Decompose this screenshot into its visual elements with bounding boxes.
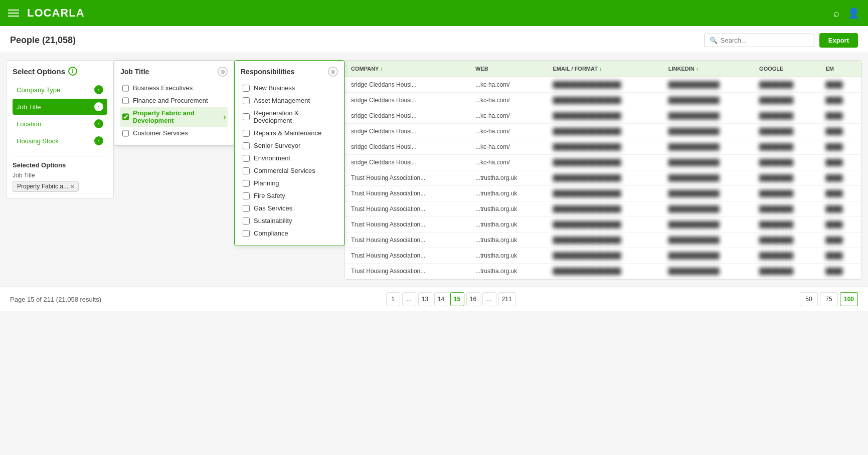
hamburger-menu[interactable] xyxy=(8,10,19,17)
checkbox-repairs[interactable] xyxy=(243,130,250,137)
checkbox-sustainability[interactable] xyxy=(243,217,250,224)
cell-web: ...trustha.org.uk xyxy=(469,233,547,248)
cell-company: Trust Housing Association... xyxy=(345,170,469,186)
arrow-right-icon: › xyxy=(224,113,226,121)
resp-item-regeneration[interactable]: Regeneration & Development xyxy=(241,107,338,127)
table-row: sridge Cleddans Housi... ...kc-ha.com/ █… xyxy=(345,77,861,93)
pagination-bar: Page 15 of 211 (21,058 results) 1...1314… xyxy=(0,287,868,311)
job-title-close-button[interactable]: ⊗ xyxy=(218,67,228,77)
selected-field-label: Job Title xyxy=(13,172,107,179)
cell-company: sridge Cleddans Housi... xyxy=(345,124,469,139)
job-title-item-finance[interactable]: Finance and Procurement xyxy=(120,94,228,107)
job-title-item-customer-services[interactable]: Customer Services xyxy=(120,127,228,139)
nav-right: ⌕ 👤 xyxy=(833,7,860,19)
col-linkedin[interactable]: LINKEDIN ↕ xyxy=(662,61,753,77)
selected-tag-property-fabric: Property Fabric a... × xyxy=(13,181,79,192)
checkbox-regeneration[interactable] xyxy=(243,113,250,120)
checkbox-new-business[interactable] xyxy=(243,85,250,92)
option-housing-stock[interactable]: Housing Stock › xyxy=(13,133,107,149)
option-location[interactable]: Location › xyxy=(13,116,107,132)
page-btn-15[interactable]: 15 xyxy=(450,292,464,306)
checkbox-compliance[interactable] xyxy=(243,230,250,237)
resp-item-gas-services[interactable]: Gas Services xyxy=(241,202,338,214)
cell-google: ████████ xyxy=(753,170,819,186)
cell-email: ████████████████ xyxy=(547,201,662,217)
cell-google: ████████ xyxy=(753,108,819,124)
cell-em: ████ xyxy=(819,217,861,233)
page-btn-13[interactable]: 13 xyxy=(418,292,432,306)
checkbox-fire-safety[interactable] xyxy=(243,192,250,199)
resp-item-sustainability[interactable]: Sustainability xyxy=(241,214,338,227)
cell-google: ████████ xyxy=(753,124,819,139)
option-company-type[interactable]: Company Type › xyxy=(13,82,107,98)
job-title-item-business-executives[interactable]: Business Executives xyxy=(120,82,228,94)
checkbox-finance[interactable] xyxy=(122,97,129,104)
cell-linkedin: ████████████ xyxy=(662,217,753,233)
col-company[interactable]: COMPANY ↕ xyxy=(345,61,469,77)
responsibilities-close-button[interactable]: ⊗ xyxy=(328,67,338,77)
resp-item-environment[interactable]: Environment xyxy=(241,152,338,164)
page-btn-16[interactable]: 16 xyxy=(466,292,480,306)
cell-web: ...trustha.org.uk xyxy=(469,201,547,217)
col-email[interactable]: EMAIL / FORMAT ↕ xyxy=(547,61,662,77)
table-row: sridge Cleddans Housi... ...kc-ha.com/ █… xyxy=(345,155,861,170)
export-button[interactable]: Export xyxy=(819,33,858,48)
page-btn-14[interactable]: 14 xyxy=(434,292,448,306)
cell-web: ...kc-ha.com/ xyxy=(469,93,547,108)
resp-item-repairs[interactable]: Repairs & Maintenance xyxy=(241,127,338,139)
resp-item-planning[interactable]: Planning xyxy=(241,177,338,189)
resp-item-asset-management[interactable]: Asset Management xyxy=(241,94,338,107)
cell-company: sridge Cleddans Housi... xyxy=(345,155,469,170)
page-btn-1[interactable]: 1 xyxy=(386,292,400,306)
search-icon[interactable]: ⌕ xyxy=(833,8,839,19)
cell-company: Trust Housing Association... xyxy=(345,233,469,248)
checkbox-customer-services[interactable] xyxy=(122,130,129,137)
resp-item-commercial[interactable]: Commercial Services xyxy=(241,164,338,177)
page-btn-211[interactable]: 211 xyxy=(498,292,515,306)
page-btn-...[interactable]: ... xyxy=(482,292,496,306)
page-btn-...[interactable]: ... xyxy=(402,292,416,306)
cell-email: ████████████████ xyxy=(547,248,662,264)
user-icon[interactable]: 👤 xyxy=(847,7,860,19)
job-title-item-property-fabric[interactable]: Property Fabric and Development › xyxy=(120,107,228,127)
app-logo: LOCARLA xyxy=(27,7,85,20)
cell-linkedin: ████████████ xyxy=(662,201,753,217)
tag-remove-button[interactable]: × xyxy=(70,183,74,190)
resp-item-new-business[interactable]: New Business xyxy=(241,82,338,94)
cell-google: ████████ xyxy=(753,264,819,279)
option-job-title[interactable]: Job Title › xyxy=(13,99,107,115)
job-title-label: Job Title xyxy=(120,68,149,76)
cell-linkedin: ████████████ xyxy=(662,186,753,201)
checkbox-senior-surveyor[interactable] xyxy=(243,142,250,149)
checkbox-gas-services[interactable] xyxy=(243,205,250,212)
resp-item-compliance[interactable]: Compliance xyxy=(241,227,338,240)
info-icon[interactable]: i xyxy=(68,67,77,76)
checkbox-environment[interactable] xyxy=(243,155,250,162)
search-input[interactable] xyxy=(721,37,809,44)
checkbox-asset-management[interactable] xyxy=(243,97,250,104)
page-size-btn-50[interactable]: 50 xyxy=(800,292,818,306)
cell-em: ████ xyxy=(819,233,861,248)
search-box[interactable]: 🔍 xyxy=(704,34,814,47)
resp-item-fire-safety[interactable]: Fire Safety xyxy=(241,189,338,202)
checkbox-planning[interactable] xyxy=(243,180,250,187)
checkbox-business-executives[interactable] xyxy=(122,85,129,92)
resp-item-senior-surveyor[interactable]: Senior Surveyor xyxy=(241,139,338,152)
cell-web: ...trustha.org.uk xyxy=(469,264,547,279)
table-row: Trust Housing Association... ...trustha.… xyxy=(345,264,861,279)
cell-google: ████████ xyxy=(753,77,819,93)
cell-email: ████████████████ xyxy=(547,155,662,170)
page-size-btn-75[interactable]: 75 xyxy=(820,292,838,306)
header-actions: 🔍 Export xyxy=(704,33,858,48)
checkbox-commercial[interactable] xyxy=(243,167,250,174)
cell-company: sridge Cleddans Housi... xyxy=(345,108,469,124)
cell-web: ...trustha.org.uk xyxy=(469,248,547,264)
cell-email: ████████████████ xyxy=(547,170,662,186)
page-size-btn-100[interactable]: 100 xyxy=(840,292,858,306)
cell-linkedin: ████████████ xyxy=(662,139,753,155)
cell-google: ████████ xyxy=(753,186,819,201)
chevron-right-icon: › xyxy=(94,85,103,94)
cell-company: sridge Cleddans Housi... xyxy=(345,139,469,155)
table-row: sridge Cleddans Housi... ...kc-ha.com/ █… xyxy=(345,108,861,124)
checkbox-property-fabric[interactable] xyxy=(122,113,129,120)
